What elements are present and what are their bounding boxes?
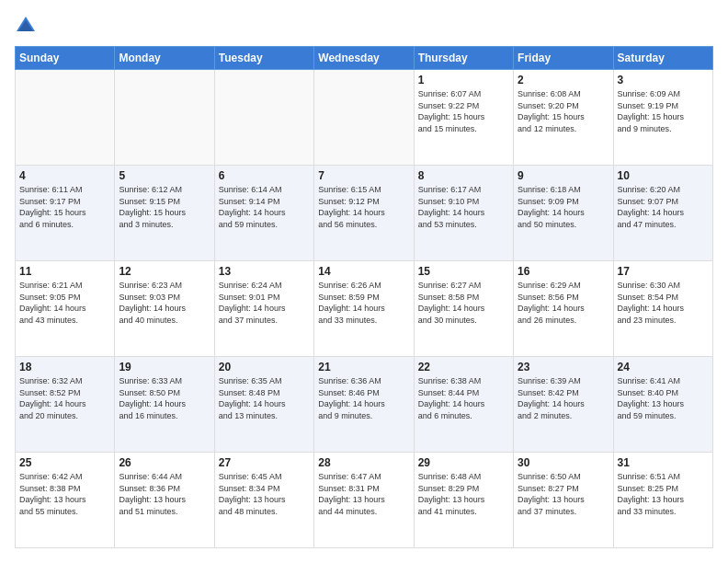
week-row-1: 1Sunrise: 6:07 AM Sunset: 9:22 PM Daylig… bbox=[16, 70, 713, 166]
day-info: Sunrise: 6:42 AM Sunset: 8:38 PM Dayligh… bbox=[19, 471, 110, 517]
day-info: Sunrise: 6:12 AM Sunset: 9:15 PM Dayligh… bbox=[119, 184, 210, 230]
calendar-cell: 24Sunrise: 6:41 AM Sunset: 8:40 PM Dayli… bbox=[613, 357, 712, 453]
day-number: 13 bbox=[219, 265, 310, 278]
day-info: Sunrise: 6:18 AM Sunset: 9:09 PM Dayligh… bbox=[518, 184, 609, 230]
calendar-cell: 6Sunrise: 6:14 AM Sunset: 9:14 PM Daylig… bbox=[214, 166, 313, 261]
day-number: 14 bbox=[318, 265, 409, 278]
day-number: 7 bbox=[318, 169, 409, 182]
day-info: Sunrise: 6:50 AM Sunset: 8:27 PM Dayligh… bbox=[518, 471, 609, 517]
calendar-cell: 14Sunrise: 6:26 AM Sunset: 8:59 PM Dayli… bbox=[314, 261, 414, 357]
calendar-cell: 12Sunrise: 6:23 AM Sunset: 9:03 PM Dayli… bbox=[115, 261, 214, 357]
day-number: 21 bbox=[318, 361, 409, 373]
week-row-2: 4Sunrise: 6:11 AM Sunset: 9:17 PM Daylig… bbox=[16, 166, 713, 261]
day-header-wednesday: Wednesday bbox=[314, 47, 414, 70]
page: SundayMondayTuesdayWednesdayThursdayFrid… bbox=[0, 0, 728, 563]
calendar-cell: 7Sunrise: 6:15 AM Sunset: 9:12 PM Daylig… bbox=[314, 166, 414, 261]
calendar-cell: 26Sunrise: 6:44 AM Sunset: 8:36 PM Dayli… bbox=[115, 453, 214, 548]
day-number: 24 bbox=[618, 361, 709, 373]
calendar-cell: 25Sunrise: 6:42 AM Sunset: 8:38 PM Dayli… bbox=[16, 453, 115, 548]
calendar-cell: 16Sunrise: 6:29 AM Sunset: 8:56 PM Dayli… bbox=[514, 261, 613, 357]
day-number: 27 bbox=[219, 456, 310, 469]
day-number: 22 bbox=[418, 361, 509, 373]
day-info: Sunrise: 6:48 AM Sunset: 8:29 PM Dayligh… bbox=[418, 471, 509, 517]
calendar-cell: 21Sunrise: 6:36 AM Sunset: 8:46 PM Dayli… bbox=[314, 357, 414, 453]
day-number: 29 bbox=[418, 456, 509, 469]
day-header-friday: Friday bbox=[514, 47, 613, 70]
day-info: Sunrise: 6:38 AM Sunset: 8:44 PM Dayligh… bbox=[418, 375, 509, 421]
calendar-cell: 17Sunrise: 6:30 AM Sunset: 8:54 PM Dayli… bbox=[613, 261, 712, 357]
day-info: Sunrise: 6:23 AM Sunset: 9:03 PM Dayligh… bbox=[119, 280, 210, 326]
calendar-cell: 5Sunrise: 6:12 AM Sunset: 9:15 PM Daylig… bbox=[115, 166, 214, 261]
day-info: Sunrise: 6:15 AM Sunset: 9:12 PM Dayligh… bbox=[318, 184, 409, 230]
calendar-cell: 2Sunrise: 6:08 AM Sunset: 9:20 PM Daylig… bbox=[514, 70, 613, 166]
calendar-cell: 11Sunrise: 6:21 AM Sunset: 9:05 PM Dayli… bbox=[16, 261, 115, 357]
calendar-cell: 18Sunrise: 6:32 AM Sunset: 8:52 PM Dayli… bbox=[16, 357, 115, 453]
day-number: 31 bbox=[618, 456, 709, 469]
calendar-cell: 27Sunrise: 6:45 AM Sunset: 8:34 PM Dayli… bbox=[214, 453, 313, 548]
day-header-saturday: Saturday bbox=[613, 47, 712, 70]
day-info: Sunrise: 6:39 AM Sunset: 8:42 PM Dayligh… bbox=[518, 375, 609, 421]
calendar-cell: 29Sunrise: 6:48 AM Sunset: 8:29 PM Dayli… bbox=[414, 453, 513, 548]
day-info: Sunrise: 6:17 AM Sunset: 9:10 PM Dayligh… bbox=[418, 184, 509, 230]
day-info: Sunrise: 6:20 AM Sunset: 9:07 PM Dayligh… bbox=[618, 184, 709, 230]
day-header-thursday: Thursday bbox=[414, 47, 513, 70]
day-number: 6 bbox=[219, 169, 310, 182]
calendar-cell bbox=[115, 70, 214, 166]
calendar: SundayMondayTuesdayWednesdayThursdayFrid… bbox=[15, 46, 713, 548]
day-number: 1 bbox=[418, 74, 509, 86]
day-info: Sunrise: 6:41 AM Sunset: 8:40 PM Dayligh… bbox=[618, 375, 709, 421]
day-info: Sunrise: 6:26 AM Sunset: 8:59 PM Dayligh… bbox=[318, 280, 409, 326]
logo-icon bbox=[15, 15, 37, 37]
day-number: 25 bbox=[19, 456, 110, 469]
calendar-cell: 28Sunrise: 6:47 AM Sunset: 8:31 PM Dayli… bbox=[314, 453, 414, 548]
calendar-cell bbox=[214, 70, 313, 166]
day-info: Sunrise: 6:35 AM Sunset: 8:48 PM Dayligh… bbox=[219, 375, 310, 421]
calendar-cell: 13Sunrise: 6:24 AM Sunset: 9:01 PM Dayli… bbox=[214, 261, 313, 357]
calendar-cell: 3Sunrise: 6:09 AM Sunset: 9:19 PM Daylig… bbox=[613, 70, 712, 166]
day-info: Sunrise: 6:07 AM Sunset: 9:22 PM Dayligh… bbox=[418, 88, 509, 134]
day-number: 15 bbox=[418, 265, 509, 278]
day-header-sunday: Sunday bbox=[16, 47, 115, 70]
calendar-cell: 23Sunrise: 6:39 AM Sunset: 8:42 PM Dayli… bbox=[514, 357, 613, 453]
day-number: 8 bbox=[418, 169, 509, 182]
calendar-cell bbox=[314, 70, 414, 166]
day-info: Sunrise: 6:21 AM Sunset: 9:05 PM Dayligh… bbox=[19, 280, 110, 326]
calendar-cell: 22Sunrise: 6:38 AM Sunset: 8:44 PM Dayli… bbox=[414, 357, 513, 453]
day-info: Sunrise: 6:29 AM Sunset: 8:56 PM Dayligh… bbox=[518, 280, 609, 326]
calendar-cell: 10Sunrise: 6:20 AM Sunset: 9:07 PM Dayli… bbox=[613, 166, 712, 261]
day-number: 20 bbox=[219, 361, 310, 373]
header-row: SundayMondayTuesdayWednesdayThursdayFrid… bbox=[16, 47, 713, 70]
day-info: Sunrise: 6:32 AM Sunset: 8:52 PM Dayligh… bbox=[19, 375, 110, 421]
header bbox=[15, 15, 713, 37]
calendar-cell: 19Sunrise: 6:33 AM Sunset: 8:50 PM Dayli… bbox=[115, 357, 214, 453]
calendar-cell: 31Sunrise: 6:51 AM Sunset: 8:25 PM Dayli… bbox=[613, 453, 712, 548]
day-number: 4 bbox=[19, 169, 110, 182]
day-info: Sunrise: 6:08 AM Sunset: 9:20 PM Dayligh… bbox=[518, 88, 609, 134]
day-number: 5 bbox=[119, 169, 210, 182]
day-info: Sunrise: 6:27 AM Sunset: 8:58 PM Dayligh… bbox=[418, 280, 509, 326]
day-header-monday: Monday bbox=[115, 47, 214, 70]
day-number: 16 bbox=[518, 265, 609, 278]
day-number: 28 bbox=[318, 456, 409, 469]
calendar-cell: 9Sunrise: 6:18 AM Sunset: 9:09 PM Daylig… bbox=[514, 166, 613, 261]
calendar-cell: 4Sunrise: 6:11 AM Sunset: 9:17 PM Daylig… bbox=[16, 166, 115, 261]
day-info: Sunrise: 6:47 AM Sunset: 8:31 PM Dayligh… bbox=[318, 471, 409, 517]
day-number: 2 bbox=[518, 74, 609, 86]
calendar-cell: 30Sunrise: 6:50 AM Sunset: 8:27 PM Dayli… bbox=[514, 453, 613, 548]
day-info: Sunrise: 6:24 AM Sunset: 9:01 PM Dayligh… bbox=[219, 280, 310, 326]
day-info: Sunrise: 6:30 AM Sunset: 8:54 PM Dayligh… bbox=[618, 280, 709, 326]
calendar-cell: 1Sunrise: 6:07 AM Sunset: 9:22 PM Daylig… bbox=[414, 70, 513, 166]
day-info: Sunrise: 6:09 AM Sunset: 9:19 PM Dayligh… bbox=[618, 88, 709, 134]
day-number: 3 bbox=[618, 74, 709, 86]
day-header-tuesday: Tuesday bbox=[214, 47, 313, 70]
calendar-cell bbox=[16, 70, 115, 166]
logo bbox=[15, 15, 40, 37]
day-info: Sunrise: 6:45 AM Sunset: 8:34 PM Dayligh… bbox=[219, 471, 310, 517]
week-row-3: 11Sunrise: 6:21 AM Sunset: 9:05 PM Dayli… bbox=[16, 261, 713, 357]
day-number: 19 bbox=[119, 361, 210, 373]
day-info: Sunrise: 6:33 AM Sunset: 8:50 PM Dayligh… bbox=[119, 375, 210, 421]
day-number: 18 bbox=[19, 361, 110, 373]
week-row-5: 25Sunrise: 6:42 AM Sunset: 8:38 PM Dayli… bbox=[16, 453, 713, 548]
calendar-cell: 15Sunrise: 6:27 AM Sunset: 8:58 PM Dayli… bbox=[414, 261, 513, 357]
day-number: 9 bbox=[518, 169, 609, 182]
